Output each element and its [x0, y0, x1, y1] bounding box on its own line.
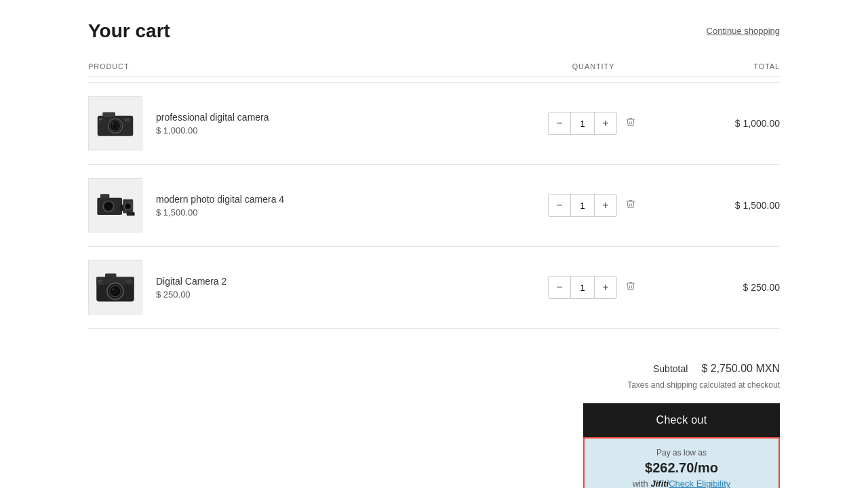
table-row: modern photo digital camera 4 $ 1,500.00… [88, 165, 780, 247]
svg-point-5 [112, 123, 113, 124]
svg-rect-6 [125, 119, 130, 122]
qty-wrapper-0: − + [548, 112, 617, 135]
product-price-0: $ 1,000.00 [156, 125, 269, 136]
col-product-label: PRODUCT [88, 62, 509, 70]
with-text: with [633, 479, 648, 488]
product-info-1: modern photo digital camera 4 $ 1,500.00 [88, 178, 509, 232]
qty-input-2[interactable] [570, 277, 595, 298]
pay-as-low-text: Pay as low as [595, 448, 768, 458]
item-total-1: $ 1,500.00 [678, 200, 780, 211]
product-details-1: modern photo digital camera 4 $ 1,500.00 [156, 194, 284, 218]
quantity-control-0: − + [509, 112, 678, 135]
product-details-0: professional digital camera $ 1,000.00 [156, 112, 269, 136]
subtotal-amount: $ 2,750.00 MXN [701, 363, 780, 375]
svg-rect-1 [102, 113, 115, 118]
checkout-button[interactable]: Check out [583, 403, 780, 437]
svg-point-15 [125, 204, 130, 209]
quantity-control-2: − + [509, 276, 678, 299]
monthly-amount: $262.70/mo [595, 460, 768, 476]
table-row: Digital Camera 2 $ 250.00 − + $ 250.00 [88, 247, 780, 329]
svg-rect-9 [100, 194, 109, 199]
qty-increase-0[interactable]: + [595, 113, 616, 134]
product-name-1: modern photo digital camera 4 [156, 194, 284, 205]
taxes-note: Taxes and shipping calculated at checkou… [627, 380, 780, 390]
cart-summary: Subtotal $ 2,750.00 MXN Taxes and shippi… [88, 356, 780, 488]
product-image-1 [88, 178, 142, 232]
checkout-section: Check out Pay as low as $262.70/mo with … [583, 403, 780, 488]
qty-decrease-1[interactable]: − [549, 195, 570, 216]
delete-item-0[interactable] [623, 114, 639, 133]
qty-wrapper-1: − + [548, 194, 617, 217]
product-details-2: Digital Camera 2 $ 250.00 [156, 276, 226, 300]
table-row: professional digital camera $ 1,000.00 −… [88, 83, 780, 165]
qty-input-0[interactable] [570, 113, 595, 134]
svg-rect-25 [125, 279, 132, 283]
item-total-2: $ 250.00 [678, 282, 780, 293]
page-header: Your cart Continue shopping [88, 20, 780, 42]
svg-rect-7 [99, 119, 102, 121]
svg-rect-26 [98, 279, 102, 282]
product-image-2 [88, 260, 142, 314]
subtotal-row: Subtotal $ 2,750.00 MXN [653, 363, 780, 375]
product-price-1: $ 1,500.00 [156, 207, 284, 218]
qty-wrapper-2: − + [548, 276, 617, 299]
product-name-0: professional digital camera [156, 112, 269, 123]
delete-item-2[interactable] [623, 278, 639, 297]
page-title: Your cart [88, 20, 170, 42]
jifiti-widget: Pay as low as $262.70/mo with JifitiChec… [583, 437, 780, 488]
product-info-2: Digital Camera 2 $ 250.00 [88, 260, 509, 314]
qty-decrease-2[interactable]: − [549, 277, 570, 298]
quantity-control-1: − + [509, 194, 678, 217]
qty-input-1[interactable] [570, 195, 595, 216]
col-total-label: TOTAL [678, 62, 780, 70]
check-eligibility-link[interactable]: Check Eligibility [669, 479, 730, 488]
svg-rect-16 [127, 212, 135, 216]
product-info-0: professional digital camera $ 1,000.00 [88, 96, 509, 150]
with-jifiti-line: with JifitiCheck Eligibility [595, 479, 768, 488]
product-price-2: $ 250.00 [156, 289, 226, 300]
svg-point-24 [113, 288, 115, 290]
delete-item-1[interactable] [623, 196, 639, 215]
cart-items-list: professional digital camera $ 1,000.00 −… [88, 82, 780, 329]
item-total-0: $ 1,000.00 [678, 118, 780, 129]
cart-table-header: PRODUCT QUANTITY TOTAL [88, 62, 780, 77]
continue-shopping-link[interactable]: Continue shopping [707, 26, 780, 36]
svg-rect-27 [98, 283, 104, 285]
qty-decrease-0[interactable]: − [549, 113, 570, 134]
jifiti-brand: Jifiti [650, 479, 669, 488]
svg-point-12 [106, 205, 110, 208]
col-quantity-label: QUANTITY [509, 62, 678, 70]
svg-rect-17 [120, 205, 123, 211]
subtotal-label: Subtotal [653, 363, 688, 374]
qty-increase-2[interactable]: + [595, 277, 616, 298]
qty-increase-1[interactable]: + [595, 195, 616, 216]
product-name-2: Digital Camera 2 [156, 276, 226, 287]
product-image-0 [88, 96, 142, 150]
